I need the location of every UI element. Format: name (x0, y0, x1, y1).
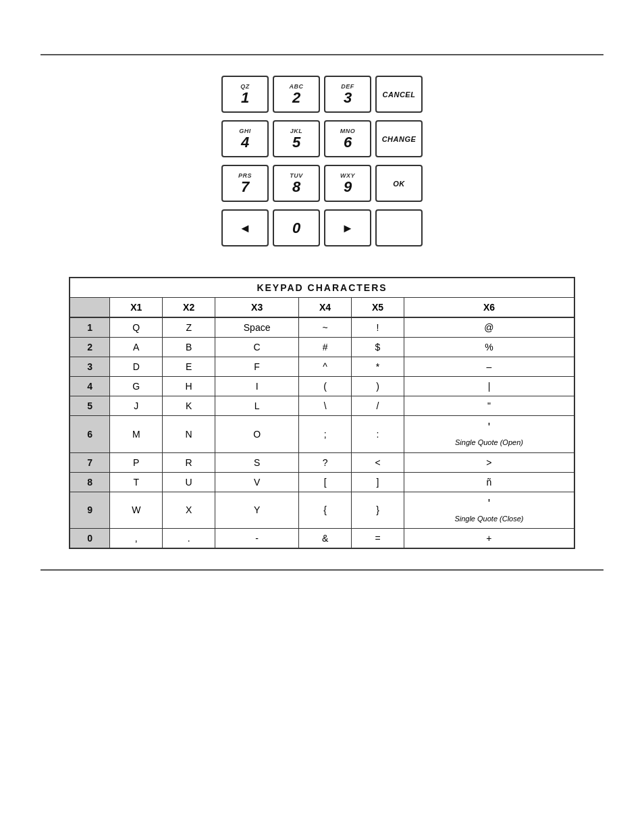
cell-0-x3: - (215, 529, 299, 549)
cell-9-x6: 'Single Quote (Close) (404, 492, 574, 529)
key-0[interactable]: 0 (273, 209, 320, 246)
table-row: 8TUV[]ñ (70, 472, 574, 492)
cell-7-x5: < (352, 452, 404, 472)
cell-1-x6: @ (404, 317, 574, 338)
cell-7-x3: S (215, 452, 299, 472)
cell-4-x3: I (215, 377, 299, 396)
cell-2-x6: % (404, 338, 574, 357)
row-key-3: 3 (70, 357, 110, 377)
key-arrow-right[interactable]: ► (324, 209, 371, 246)
cell-9-x2: X (163, 492, 215, 529)
cell-3-x3: F (215, 357, 299, 377)
cell-2-x2: B (163, 338, 215, 357)
col-header-X3: X3 (215, 298, 299, 318)
cell-8-x3: V (215, 472, 299, 492)
cell-2-x3: C (215, 338, 299, 357)
character-table: KEYPAD CHARACTERS X1X2X3X4X5X6 1QZSpace~… (69, 277, 575, 549)
cell-0-x4: & (299, 529, 352, 549)
key-cancel[interactable]: CANCEL (375, 76, 423, 113)
key-4[interactable]: GHI4 (221, 120, 269, 157)
cell-1-x2: Z (163, 317, 215, 338)
cell-3-x5: * (352, 357, 404, 377)
cell-5-x6: " (404, 396, 574, 416)
key-5[interactable]: JKL5 (273, 120, 320, 157)
cell-0-x5: = (352, 529, 404, 549)
cell-3-x6: – (404, 357, 574, 377)
key-change[interactable]: CHANGE (375, 120, 423, 157)
col-header-X5: X5 (352, 298, 404, 318)
cell-9-x5: } (352, 492, 404, 529)
cell-6-x6: 'Single Quote (Open) (404, 416, 574, 453)
col-header-row-key (70, 298, 110, 318)
row-key-7: 7 (70, 452, 110, 472)
cell-8-x2: U (163, 472, 215, 492)
key-empty (375, 209, 423, 246)
cell-5-x4: \ (299, 396, 352, 416)
col-header-X1: X1 (110, 298, 163, 318)
key-3[interactable]: DEF3 (324, 76, 371, 113)
cell-4-x1: G (110, 377, 163, 396)
row-key-6: 6 (70, 416, 110, 453)
key-2[interactable]: ABC2 (273, 76, 320, 113)
cell-1-x4: ~ (299, 317, 352, 338)
cell-7-x4: ? (299, 452, 352, 472)
cell-5-x5: / (352, 396, 404, 416)
key-8[interactable]: TUV8 (273, 165, 320, 202)
cell-3-x1: D (110, 357, 163, 377)
cell-9-x1: W (110, 492, 163, 529)
cell-3-x2: E (163, 357, 215, 377)
table-row: 0,.-&=+ (70, 529, 574, 549)
key-1[interactable]: QZ1 (221, 76, 269, 113)
cell-2-x1: A (110, 338, 163, 357)
cell-4-x2: H (163, 377, 215, 396)
cell-5-x1: J (110, 396, 163, 416)
cell-8-x6: ñ (404, 472, 574, 492)
table-title: KEYPAD CHARACTERS (70, 278, 574, 298)
key-ok[interactable]: OK (375, 165, 423, 202)
col-header-X2: X2 (163, 298, 215, 318)
table-body: 1QZSpace~!@2ABC#$%3DEF^*–4GHI()|5JKL\/"6… (70, 317, 574, 548)
cell-8-x4: [ (299, 472, 352, 492)
cell-5-x2: K (163, 396, 215, 416)
table-row: 6MNO;:'Single Quote (Open) (70, 416, 574, 453)
cell-7-x1: P (110, 452, 163, 472)
key-arrow-left[interactable]: ◄ (221, 209, 269, 246)
table-row: 9WXY{}'Single Quote (Close) (70, 492, 574, 529)
key-6[interactable]: MNO6 (324, 120, 371, 157)
cell-9-x3: Y (215, 492, 299, 529)
col-header-X6: X6 (404, 298, 574, 318)
cell-6-x2: N (163, 416, 215, 453)
table-row: 3DEF^*– (70, 357, 574, 377)
key-9[interactable]: WXY9 (324, 165, 371, 202)
table-row: 1QZSpace~!@ (70, 317, 574, 338)
cell-2-x5: $ (352, 338, 404, 357)
row-key-8: 8 (70, 472, 110, 492)
cell-1-x1: Q (110, 317, 163, 338)
table-header-row: X1X2X3X4X5X6 (70, 298, 574, 318)
cell-1-x3: Space (215, 317, 299, 338)
row-key-2: 2 (70, 338, 110, 357)
cell-7-x6: > (404, 452, 574, 472)
col-header-X4: X4 (299, 298, 352, 318)
cell-3-x4: ^ (299, 357, 352, 377)
table-row: 4GHI()| (70, 377, 574, 396)
cell-0-x6: + (404, 529, 574, 549)
cell-5-x3: L (215, 396, 299, 416)
table-section: KEYPAD CHARACTERS X1X2X3X4X5X6 1QZSpace~… (69, 277, 575, 549)
cell-8-x5: ] (352, 472, 404, 492)
row-key-5: 5 (70, 396, 110, 416)
key-7[interactable]: PRS7 (221, 165, 269, 202)
cell-4-x4: ( (299, 377, 352, 396)
keypad-grid: QZ1ABC2DEF3CANCELGHI4JKL5MNO6CHANGEPRS7T… (221, 76, 423, 250)
page-container: QZ1ABC2DEF3CANCELGHI4JKL5MNO6CHANGEPRS7T… (0, 0, 644, 834)
cell-9-x4: { (299, 492, 352, 529)
keypad-section: QZ1ABC2DEF3CANCELGHI4JKL5MNO6CHANGEPRS7T… (221, 76, 423, 250)
cell-6-x5: : (352, 416, 404, 453)
row-key-4: 4 (70, 377, 110, 396)
bottom-divider (41, 569, 603, 571)
cell-4-x6: | (404, 377, 574, 396)
table-row: 7PRS?<> (70, 452, 574, 472)
top-divider (41, 54, 603, 55)
cell-0-x1: , (110, 529, 163, 549)
table-row: 2ABC#$% (70, 338, 574, 357)
